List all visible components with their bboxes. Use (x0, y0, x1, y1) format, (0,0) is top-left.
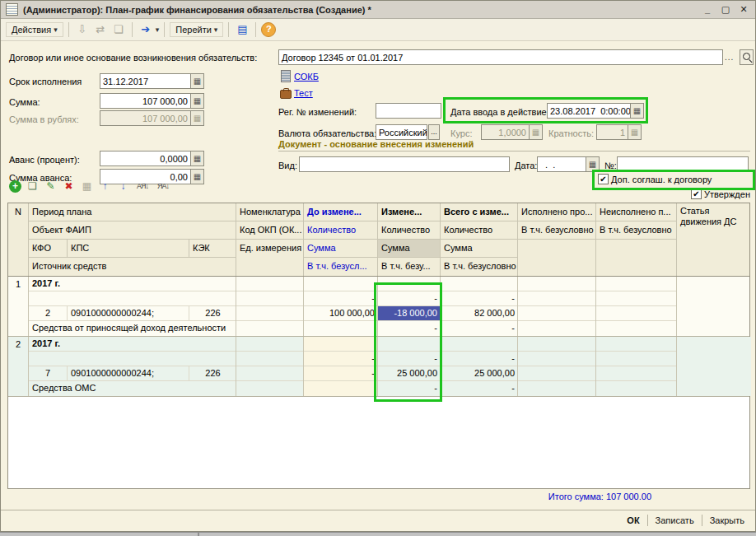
move-up-button[interactable]: ↑ (98, 179, 112, 193)
avans-input[interactable]: 0,0000 ▦ (100, 151, 204, 166)
currency-select-button[interactable]: ... (428, 124, 440, 140)
cell-kek[interactable]: 226 (189, 366, 236, 381)
cell-kfo[interactable]: 2 (29, 306, 68, 321)
table-cell[interactable] (518, 381, 595, 396)
sort-desc-button[interactable]: ЯА↓ (155, 179, 171, 193)
srok-input[interactable]: 31.12.2017 ▦ (100, 73, 204, 89)
structure-icon[interactable]: ▤ (234, 22, 250, 38)
cell-qty-izm[interactable]: - (378, 291, 440, 306)
cell-line-number[interactable]: 2 (8, 337, 28, 396)
table-cell[interactable] (29, 352, 236, 366)
table-cell[interactable] (518, 291, 595, 306)
table-cell[interactable] (236, 321, 303, 336)
table-cell[interactable] (236, 337, 303, 352)
calculator-icon[interactable]: ▦ (190, 151, 203, 165)
chevron-down-icon[interactable]: ▾ (156, 26, 160, 34)
sokb-link[interactable]: СОКБ (294, 72, 319, 82)
table-cell[interactable] (596, 291, 676, 306)
contract-input[interactable]: Договор 12345 от 01.01.2017 (278, 49, 723, 65)
cell-qty-vsego[interactable]: - (441, 291, 517, 306)
table-cell[interactable] (596, 366, 676, 381)
sort-asc-button[interactable]: АЯ↓ (134, 179, 151, 193)
add-row-button[interactable]: + (9, 180, 21, 193)
calendar-icon[interactable]: ▦ (630, 104, 643, 118)
doc-date-input[interactable]: . . ▦ (537, 156, 600, 172)
test-link[interactable]: Тест (294, 88, 313, 98)
copy-row-button[interactable]: ❏ (26, 179, 40, 193)
currency-input[interactable]: Российский (376, 124, 427, 140)
table-cell[interactable] (596, 337, 676, 352)
table-cell[interactable] (236, 366, 303, 381)
minimize-button[interactable]: _ (701, 3, 714, 16)
close-button[interactable]: Закрыть (702, 514, 752, 527)
contract-search-button[interactable] (740, 49, 754, 65)
cell-qty-izm[interactable]: - (378, 352, 440, 366)
maximize-button[interactable]: ▢ (719, 3, 732, 16)
vid-input[interactable] (299, 156, 510, 172)
table-cell[interactable] (677, 277, 751, 336)
actions-button[interactable]: Действия ▾ (6, 22, 63, 37)
cell-line-number[interactable]: 1 (8, 277, 28, 336)
table-cell[interactable] (518, 337, 595, 352)
table-cell[interactable] (596, 306, 676, 321)
cell-kps[interactable]: 0901000000000244; (68, 306, 189, 321)
table-cell[interactable] (518, 366, 595, 381)
utverzhden-checkbox[interactable]: ✔ Утвержден (691, 189, 750, 199)
table-cell[interactable] (441, 337, 517, 352)
dop-soglash-checkbox[interactable]: ✔ Доп. соглаш. к договору (598, 174, 712, 184)
cell-kfo[interactable]: 7 (29, 366, 68, 381)
table-cell[interactable] (596, 321, 676, 336)
move-down-button[interactable]: ↓ (116, 179, 130, 193)
contract-select-button[interactable]: ... (725, 53, 734, 62)
cell-qty-vsego[interactable]: - (441, 352, 517, 366)
table-cell[interactable] (304, 277, 377, 291)
cell-sum-vsego[interactable]: 25 000,00 (441, 366, 517, 381)
cell-bez-izm[interactable]: - (378, 381, 440, 396)
table-cell[interactable] (304, 337, 377, 352)
cell-period[interactable]: 2017 г. (29, 277, 236, 291)
table-cell[interactable] (236, 352, 303, 366)
calculator-icon[interactable]: ▦ (190, 94, 203, 108)
table-cell[interactable] (677, 337, 751, 396)
table-cell[interactable] (441, 277, 517, 291)
cell-qty-do[interactable]: - (304, 352, 377, 366)
doc-no-input[interactable] (617, 156, 749, 172)
cell-sum-do[interactable]: - (304, 366, 377, 381)
table-cell[interactable] (378, 277, 440, 291)
cell-bez-vsego[interactable]: - (441, 321, 517, 336)
table-cell[interactable] (304, 321, 377, 336)
edit-row-button[interactable]: ✎ (44, 179, 58, 193)
cell-bez-vsego[interactable]: - (441, 381, 517, 396)
cell-sum-do[interactable]: 100 000,00 (304, 306, 377, 321)
delete-row-button[interactable]: ✖ (62, 179, 76, 193)
calendar-icon[interactable]: ▦ (190, 74, 203, 88)
table-cell[interactable] (596, 277, 676, 291)
table-cell[interactable] (596, 352, 676, 366)
cell-kps[interactable]: 0901000000000244; (68, 366, 189, 381)
table-cell[interactable] (518, 352, 595, 366)
table-cell[interactable] (304, 381, 377, 396)
table-cell[interactable] (518, 277, 595, 291)
goto-button[interactable]: Перейти ▾ (170, 22, 223, 37)
table-cell[interactable] (518, 306, 595, 321)
cell-sum-izm[interactable]: 25 000,00 (378, 366, 440, 381)
table-cell[interactable] (236, 291, 303, 306)
cell-kek[interactable]: 226 (189, 306, 236, 321)
close-window-button[interactable]: ✕ (737, 3, 750, 16)
calculator-icon[interactable]: ▦ (190, 170, 203, 184)
calendar-icon[interactable]: ▦ (586, 157, 599, 171)
summa-input[interactable]: 107 000,00 ▦ (100, 93, 204, 109)
table-cell[interactable] (518, 321, 595, 336)
table-cell[interactable] (378, 337, 440, 352)
cell-bez-izm[interactable]: - (378, 321, 440, 336)
cell-istochnik[interactable]: Средства от приносящей доход деятельност… (29, 321, 236, 336)
table-cell[interactable] (29, 291, 236, 306)
help-icon[interactable]: ? (261, 22, 276, 37)
save-button[interactable]: Записать (648, 514, 702, 527)
cell-sum-izm-selected[interactable]: -18 000,00 (378, 306, 440, 321)
cell-sum-vsego[interactable]: 82 000,00 (441, 306, 517, 321)
table-cell[interactable] (236, 381, 303, 396)
ok-button[interactable]: ОК (619, 514, 646, 527)
reg-input[interactable] (376, 103, 441, 119)
table-cell[interactable] (236, 306, 303, 321)
